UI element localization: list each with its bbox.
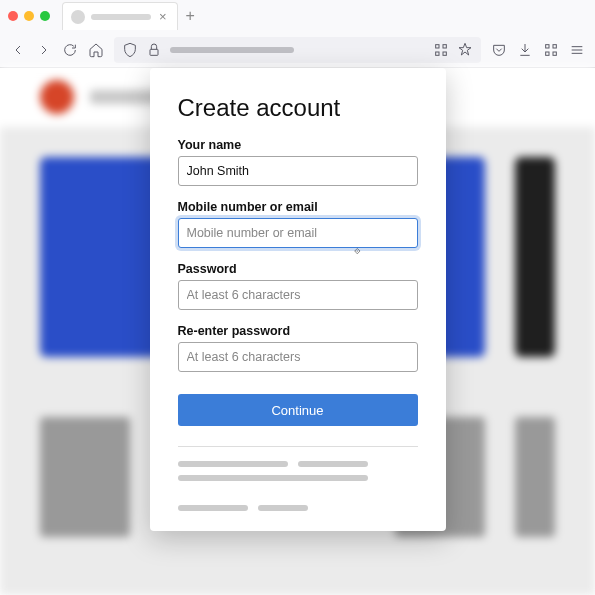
create-account-modal: Create account Your name Mobile number o… — [150, 68, 446, 531]
svg-rect-2 — [443, 44, 446, 47]
toolbar — [0, 32, 595, 67]
password2-input[interactable] — [178, 342, 418, 372]
browser-tab[interactable]: × — [62, 2, 178, 30]
favicon-icon — [71, 10, 85, 24]
password-field: Password — [178, 262, 418, 310]
lock-icon — [146, 42, 162, 58]
svg-rect-8 — [553, 52, 556, 55]
continue-button[interactable]: Continue — [178, 394, 418, 426]
download-icon[interactable] — [517, 42, 533, 58]
contact-field: Mobile number or email — [178, 200, 418, 248]
bookmark-icon[interactable] — [457, 42, 473, 58]
name-label: Your name — [178, 138, 418, 152]
password-label: Password — [178, 262, 418, 276]
shield-icon[interactable] — [122, 42, 138, 58]
maximize-window-button[interactable] — [40, 11, 50, 21]
browser-chrome: × + — [0, 0, 595, 68]
new-tab-button[interactable]: + — [178, 7, 203, 25]
close-window-button[interactable] — [8, 11, 18, 21]
svg-rect-7 — [546, 52, 549, 55]
password-input[interactable] — [178, 280, 418, 310]
svg-rect-3 — [436, 52, 439, 55]
name-input[interactable] — [178, 156, 418, 186]
close-tab-icon[interactable]: × — [157, 8, 169, 25]
tab-title — [91, 14, 151, 20]
window-controls — [8, 11, 62, 21]
contact-label: Mobile number or email — [178, 200, 418, 214]
apps-icon[interactable] — [433, 42, 449, 58]
svg-rect-0 — [150, 49, 158, 55]
form-title: Create account — [178, 94, 418, 122]
home-icon[interactable] — [88, 42, 104, 58]
password2-label: Re-enter password — [178, 324, 418, 338]
toolbar-right — [491, 42, 585, 58]
svg-rect-1 — [436, 44, 439, 47]
name-field: Your name — [178, 138, 418, 186]
svg-rect-4 — [443, 52, 446, 55]
url-placeholder — [170, 47, 294, 53]
footer-text-placeholder — [178, 461, 418, 511]
minimize-window-button[interactable] — [24, 11, 34, 21]
contact-input[interactable] — [178, 218, 418, 248]
pocket-icon[interactable] — [491, 42, 507, 58]
divider — [178, 446, 418, 447]
forward-icon[interactable] — [36, 42, 52, 58]
svg-rect-5 — [546, 44, 549, 47]
back-icon[interactable] — [10, 42, 26, 58]
tab-strip: × + — [0, 0, 595, 32]
reload-icon[interactable] — [62, 42, 78, 58]
menu-icon[interactable] — [569, 42, 585, 58]
extensions-icon[interactable] — [543, 42, 559, 58]
password2-field: Re-enter password — [178, 324, 418, 372]
svg-rect-6 — [553, 44, 556, 47]
address-bar[interactable] — [114, 37, 481, 63]
